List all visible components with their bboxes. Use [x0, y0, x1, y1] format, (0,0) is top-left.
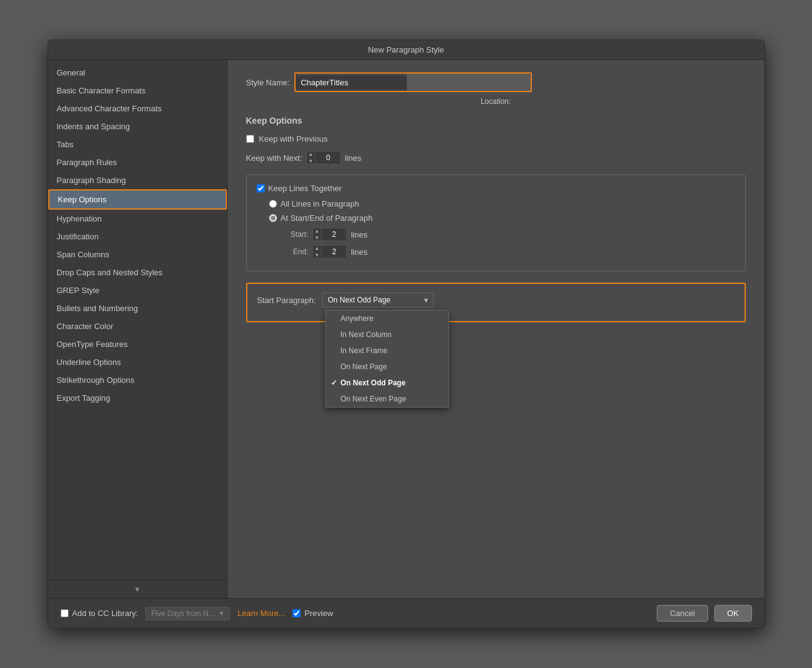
spinner-down[interactable]: ▼	[307, 158, 315, 165]
learn-more-link[interactable]: Learn More...	[237, 609, 285, 618]
keep-with-next-input[interactable]	[315, 153, 340, 162]
cc-library-dropdown[interactable]: Five Days from N... ▼	[145, 607, 230, 620]
preview-row: Preview	[293, 609, 333, 618]
all-lines-label: All Lines in Paragraph	[281, 199, 359, 208]
keep-with-next-row: Keep with Next: ▲ ▼ lines	[246, 151, 746, 165]
style-name-box	[294, 72, 532, 92]
sidebar: GeneralBasic Character FormatsAdvanced C…	[48, 60, 228, 598]
at-start-end-radio[interactable]	[269, 214, 277, 222]
preview-label: Preview	[304, 609, 333, 618]
all-lines-row: All Lines in Paragraph	[269, 199, 735, 208]
sidebar-item-basic-char[interactable]: Basic Character Formats	[48, 82, 227, 100]
radio-group: All Lines in Paragraph At Start/End of P…	[269, 199, 735, 259]
start-spinner[interactable]: ▲ ▼	[312, 228, 348, 241]
dropdown-item-next-even-page[interactable]: On Next Even Page	[326, 391, 448, 407]
start-para-row: Start Paragraph: On Next Odd Page ▼ Anyw…	[257, 293, 735, 307]
at-start-end-label: At Start/End of Paragraph	[281, 213, 373, 223]
ok-button[interactable]: OK	[714, 605, 752, 622]
keep-lines-box: Keep Lines Together All Lines in Paragra…	[246, 174, 746, 272]
start-label: Start:	[284, 230, 309, 239]
end-down[interactable]: ▼	[313, 252, 322, 259]
style-name-row: Style Name:	[246, 72, 746, 92]
start-up[interactable]: ▲	[313, 228, 322, 234]
sidebar-item-advanced-char[interactable]: Advanced Character Formats	[48, 100, 227, 118]
start-spinner-arrows: ▲ ▼	[313, 228, 322, 241]
scroll-down-arrow[interactable]: ▼	[134, 585, 141, 594]
sidebar-item-justification[interactable]: Justification	[48, 228, 227, 246]
keep-with-next-label: Keep with Next:	[246, 153, 302, 163]
cancel-button[interactable]: Cancel	[657, 605, 707, 622]
at-start-end-row: At Start/End of Paragraph	[269, 213, 735, 223]
cc-library-name: Five Days from N...	[151, 609, 215, 618]
start-paragraph-section: Start Paragraph: On Next Odd Page ▼ Anyw…	[246, 283, 746, 322]
dropdown-item-next-column[interactable]: In Next Column	[326, 327, 448, 343]
style-name-input[interactable]	[296, 75, 407, 90]
spinner-arrows: ▲ ▼	[307, 151, 316, 165]
preview-checkbox[interactable]	[293, 609, 301, 617]
add-to-cc-checkbox-row: Add to CC Library:	[61, 609, 139, 618]
title-bar: New Paragraph Style	[48, 40, 764, 60]
end-up[interactable]: ▲	[313, 245, 322, 252]
sidebar-item-tabs[interactable]: Tabs	[48, 135, 227, 153]
end-label: End:	[284, 247, 309, 256]
cc-library-arrow-icon: ▼	[218, 610, 224, 617]
sidebar-item-bullets[interactable]: Bullets and Numbering	[48, 299, 227, 317]
sidebar-item-indents-spacing[interactable]: Indents and Spacing	[48, 118, 227, 135]
sidebar-item-para-shading[interactable]: Paragraph Shading	[48, 171, 227, 189]
sidebar-item-export[interactable]: Export Tagging	[48, 389, 227, 407]
dropdown-item-anywhere[interactable]: Anywhere	[326, 310, 448, 327]
keep-lines-header: Keep Lines Together	[257, 184, 735, 193]
end-unit: lines	[351, 247, 367, 257]
dropdown-selected-value: On Next Odd Page	[328, 296, 390, 304]
keep-with-previous-label: Keep with Previous	[259, 134, 328, 143]
sidebar-item-span-columns[interactable]: Span Columns	[48, 246, 227, 263]
keep-lines-label: Keep Lines Together	[268, 184, 342, 193]
add-to-cc-checkbox[interactable]	[61, 609, 69, 617]
end-input[interactable]	[322, 247, 346, 256]
sidebar-item-hyphenation[interactable]: Hyphenation	[48, 210, 227, 228]
start-paragraph-dropdown[interactable]: On Next Odd Page ▼	[322, 293, 434, 307]
end-spinner-arrows: ▲ ▼	[313, 245, 322, 259]
dropdown-item-next-frame[interactable]: In Next Frame	[326, 343, 448, 359]
footer-buttons: Cancel OK	[657, 605, 751, 622]
add-to-cc-label: Add to CC Library:	[72, 609, 139, 618]
keep-with-next-spinner[interactable]: ▲ ▼	[306, 151, 341, 165]
end-spinner[interactable]: ▲ ▼	[312, 245, 348, 259]
keep-with-previous-checkbox[interactable]	[246, 135, 254, 143]
sidebar-item-strikethrough[interactable]: Strikethrough Options	[48, 371, 227, 389]
style-name-label: Style Name:	[246, 78, 290, 87]
sidebar-item-para-rules[interactable]: Paragraph Rules	[48, 153, 227, 171]
start-field-row: Start: ▲ ▼ lines	[284, 228, 735, 241]
dialog-body: GeneralBasic Character FormatsAdvanced C…	[48, 60, 764, 598]
main-content: Style Name: Location: Keep Options Keep …	[228, 60, 764, 598]
dropdown-item-next-page[interactable]: On Next Page	[326, 359, 448, 375]
location-label: Location:	[481, 97, 511, 106]
sidebar-item-drop-caps[interactable]: Drop Caps and Nested Styles	[48, 263, 227, 281]
keep-with-previous-row: Keep with Previous	[246, 134, 746, 143]
start-paragraph-dropdown-menu: Anywhere In Next Column In Next Frame On…	[325, 310, 449, 408]
dropdown-arrow-icon: ▼	[423, 297, 429, 304]
location-row: Location:	[246, 97, 746, 106]
start-unit: lines	[351, 230, 367, 239]
keep-lines-checkbox[interactable]	[257, 184, 265, 192]
spinner-up[interactable]: ▲	[307, 151, 315, 158]
start-input[interactable]	[322, 230, 346, 239]
sidebar-scroll-bottom[interactable]: ▼	[48, 580, 227, 598]
sidebar-item-underline[interactable]: Underline Options	[48, 353, 227, 371]
new-paragraph-style-dialog: New Paragraph Style GeneralBasic Charact…	[48, 40, 765, 628]
dialog-title: New Paragraph Style	[368, 45, 444, 54]
style-name-rest	[407, 74, 531, 91]
keep-with-next-unit: lines	[344, 153, 361, 163]
sub-fields: Start: ▲ ▼ lines End:	[284, 228, 735, 259]
sidebar-item-char-color[interactable]: Character Color	[48, 317, 227, 335]
start-down[interactable]: ▼	[313, 234, 322, 241]
dropdown-item-next-odd-page[interactable]: On Next Odd Page	[326, 375, 448, 391]
sidebar-item-general[interactable]: General	[48, 64, 227, 82]
all-lines-radio[interactable]	[269, 200, 277, 208]
sidebar-scroll[interactable]: GeneralBasic Character FormatsAdvanced C…	[48, 60, 227, 580]
sidebar-item-opentype[interactable]: OpenType Features	[48, 335, 227, 353]
section-header: Keep Options	[246, 116, 746, 126]
start-para-label: Start Paragraph:	[257, 296, 316, 305]
sidebar-item-grep-style[interactable]: GREP Style	[48, 281, 227, 299]
sidebar-item-keep-options[interactable]: Keep Options	[48, 189, 227, 210]
